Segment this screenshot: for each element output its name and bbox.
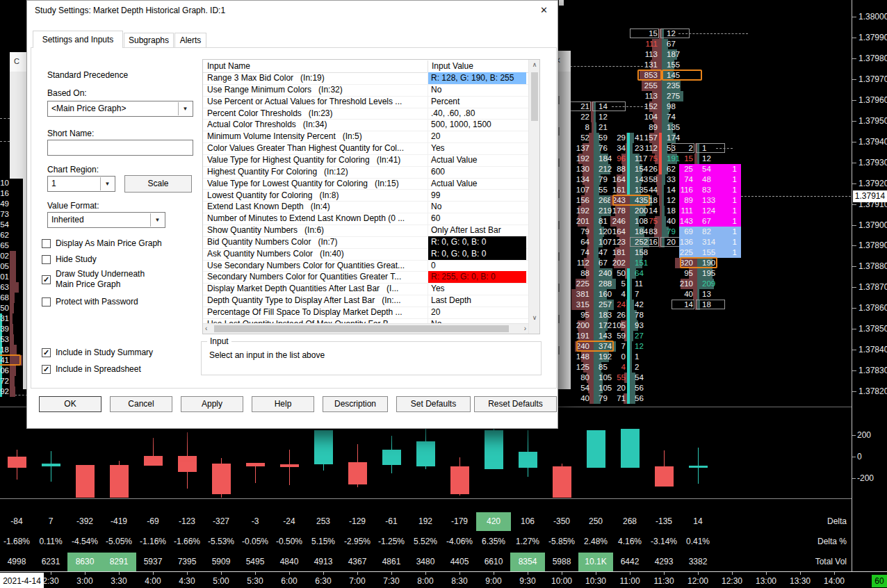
table-row[interactable]: Actual Color Thresholds (In:34)500, 1000… — [203, 119, 528, 131]
table-row[interactable]: Use Percent or Actual Values for Thresho… — [203, 96, 528, 108]
depth-ask: 195 — [702, 268, 726, 279]
depth-box — [672, 300, 694, 309]
input-value-cell: Actual Value — [428, 154, 526, 166]
scroll-up-icon[interactable]: ∧ — [529, 61, 540, 68]
depth-one: 1 — [723, 206, 737, 216]
vertical-scrollbar[interactable]: ∧∨ — [528, 60, 539, 334]
time-tick — [187, 572, 188, 575]
col-header-input-value[interactable]: Input Value — [432, 61, 473, 71]
table-header — [203, 60, 528, 73]
short-name-input[interactable] — [47, 140, 193, 156]
apply-button[interactable]: Apply — [181, 396, 243, 412]
tab-alerts[interactable]: Alerts — [174, 33, 206, 47]
ask-depth-bar — [630, 352, 632, 362]
depth-bid: 255 — [634, 81, 658, 91]
scroll-down-icon[interactable]: ∨ — [529, 314, 540, 321]
depth-bid: 164 — [602, 174, 626, 185]
delta-pct-cell: 6.35% — [476, 537, 511, 547]
total-vol-cell: 5937 — [136, 557, 170, 567]
delta-axis-tick — [852, 457, 856, 457]
delta-pct-cell: -0.50% — [272, 537, 307, 547]
stat-row-label: Total Vol — [751, 557, 847, 567]
input-name-cell: Highest Quantity For Coloring (In:12) — [207, 167, 426, 177]
delta-cell: -419 — [101, 516, 136, 527]
tab-settings-and-inputs[interactable]: Settings and Inputs — [33, 31, 123, 48]
chevron-down-icon[interactable]: ▼ — [150, 213, 164, 227]
total-vol-cell: 4405 — [442, 557, 477, 567]
col-header-input-name[interactable]: Input Name — [207, 61, 250, 71]
table-row[interactable]: Secondary Numbers Color for Quantities G… — [203, 271, 528, 284]
total-vol-cell: 5988 — [544, 557, 579, 567]
table-row[interactable]: Color Values Greater Than Highest Quanti… — [203, 142, 528, 155]
checkbox-0[interactable] — [42, 239, 51, 248]
table-row[interactable]: Extend Last Known Depth (In:4)No — [203, 201, 528, 213]
set-defaults-button[interactable]: Set Defaults — [396, 396, 471, 412]
table-row[interactable]: Range 3 Max Bid Color (In:19)R: 128, G: … — [203, 72, 528, 85]
chevron-down-icon[interactable]: ▼ — [178, 102, 192, 115]
close-icon[interactable]: ✕ — [540, 5, 548, 15]
table-row[interactable]: Lowest Quantity for Coloring (In:8)99 — [203, 190, 528, 202]
depth-bid: 131 — [634, 60, 658, 70]
table-row[interactable]: Percent Color Thresholds (In:23).40, .60… — [203, 108, 528, 120]
table-row[interactable]: Value Type for Highest Quantity for Colo… — [203, 154, 528, 167]
reset-defaults-button[interactable]: Reset Defaults — [474, 396, 557, 412]
total-vol-cell: 5909 — [204, 557, 238, 567]
checkbox-5[interactable]: ✓ — [42, 365, 51, 374]
bid-depth-bar — [10, 251, 16, 261]
checkbox-3[interactable] — [42, 297, 51, 307]
depth-bid: 164 — [602, 227, 626, 237]
orange-highlight-box — [0, 354, 21, 366]
background-window-row-line — [558, 284, 560, 292]
price-tick — [852, 391, 856, 392]
table-row[interactable]: Display Market Depth Quantities After La… — [203, 283, 528, 295]
delta-cell: -129 — [340, 516, 375, 527]
depth-box — [660, 28, 690, 38]
depth-one: 1 — [723, 174, 737, 185]
horizontal-scrollbar[interactable]: ‹› — [203, 323, 528, 334]
depth-bid: 40 — [676, 289, 693, 300]
table-row[interactable]: Percentage Of Fill Space To Display Mark… — [203, 307, 528, 319]
tab-subgraphs[interactable]: Subgraphs — [124, 33, 174, 47]
scroll-left-icon[interactable]: ‹ — [205, 325, 207, 332]
ok-button[interactable]: OK — [39, 396, 101, 412]
cancel-button[interactable]: Cancel — [110, 396, 172, 412]
delta-cell: 420 — [476, 516, 511, 527]
table-row[interactable]: Highest Quantity For Coloring (In:12)600 — [203, 166, 528, 179]
table-row[interactable]: Bid Quantity Numbers Color (In:7)R: 0, G… — [203, 236, 528, 249]
time-tick — [323, 572, 324, 575]
table-row[interactable]: Value Type for Lowest Quantity for Color… — [203, 178, 528, 190]
price-tick — [852, 163, 856, 163]
total-vol-cell: 8354 — [510, 557, 545, 567]
chart-region-combo[interactable]: 1 ▼ — [47, 176, 115, 192]
checkbox-4[interactable]: ✓ — [42, 348, 51, 357]
input-name-cell: Extend Last Known Depth (In:4) — [207, 202, 426, 211]
scroll-right-icon[interactable]: › — [524, 325, 526, 332]
table-row[interactable]: Depth Quantity Type to Display After Las… — [203, 295, 528, 307]
table-row[interactable]: Show Quantity Numbers (In:6)Only After L… — [203, 224, 528, 237]
table-row[interactable]: Minimum Volume Intensity Percent (In:5)2… — [203, 131, 528, 143]
depth-box — [696, 143, 725, 153]
help-button[interactable]: Help — [252, 396, 314, 412]
value-format-combo[interactable]: Inherited ▼ — [47, 212, 165, 228]
depth-bid: 14 — [634, 206, 658, 216]
table-row[interactable]: Ask Quantity Numbers Color (In:40)R: 0, … — [203, 248, 528, 261]
input-value-cell: Only After Last Bar — [428, 224, 526, 236]
depth-one: 1 — [723, 247, 737, 258]
table-row[interactable]: Use Range Minimum Colors (In:32)No — [203, 84, 528, 97]
checkbox-2[interactable]: ✓ — [42, 275, 51, 284]
depth-bid: 59 — [602, 331, 626, 341]
chevron-down-icon[interactable]: ▼ — [100, 177, 114, 190]
table-row[interactable]: Number of Minutes to Extend Last Known D… — [203, 213, 528, 225]
depth-bid: 102 — [0, 251, 9, 261]
scale-button[interactable]: Scale — [124, 175, 192, 193]
scroll-thumb[interactable] — [531, 72, 538, 121]
checkbox-1[interactable] — [42, 255, 51, 264]
input-name-cell: Bid Quantity Numbers Color (In:7) — [207, 237, 426, 247]
description-button[interactable]: Description — [323, 396, 388, 412]
price-label: 1.37850 — [858, 324, 887, 334]
table-row[interactable]: Use Secondary Numbers Color for Quantiti… — [203, 260, 528, 272]
total-vol-cell: 7395 — [170, 557, 204, 567]
based-on-combo[interactable]: <Main Price Graph> ▼ — [47, 101, 193, 117]
scroll-thumb[interactable] — [214, 325, 509, 332]
total-vol-cell: 4998 — [0, 557, 34, 567]
